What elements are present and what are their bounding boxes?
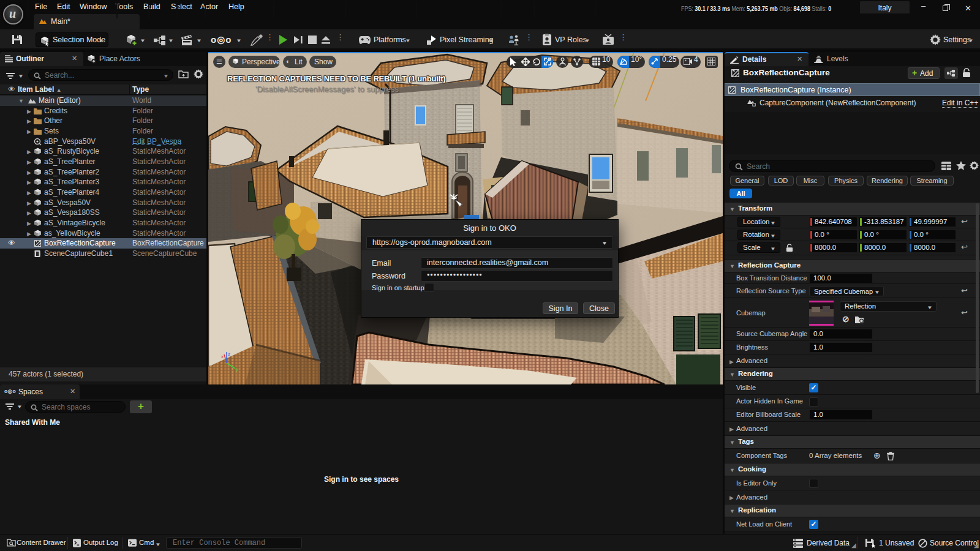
svg-text:y: y — [236, 367, 238, 372]
svg-text:z: z — [228, 351, 230, 357]
svg-text:x: x — [221, 354, 224, 359]
